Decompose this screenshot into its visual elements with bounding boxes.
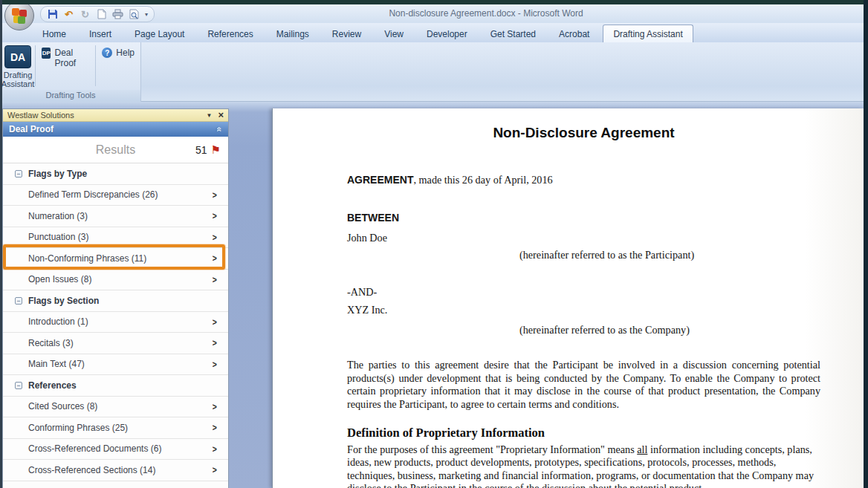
document-title: Non-Disclosure Agreement [347,126,820,140]
tree-group-flags-by-type[interactable]: − Flags by Type [3,163,228,185]
results-label: Results [96,143,135,157]
help-label: Help [116,48,135,58]
tree-item-cited-sources[interactable]: Cited Sources (8) > [3,397,228,418]
recitals-paragraph: The parties to this agreement desire tha… [347,359,820,411]
collapse-minus-icon[interactable]: − [15,382,22,389]
chevron-right-icon: > [213,401,217,412]
tree-item-recitals[interactable]: Recitals (3) > [3,333,228,354]
word-window: Non-disclosure Agreement.docx - Microsof… [0,0,868,488]
party2-name: XYZ Inc. [347,304,820,317]
tree-group-flags-by-section[interactable]: − Flags by Section [3,290,228,312]
print-preview-icon[interactable] [129,9,140,20]
window-top-edge [0,0,868,4]
tree-group-references[interactable]: − References [3,375,228,397]
chevron-right-icon: > [213,316,217,328]
da-label-line2: Assistant [1,79,35,88]
tab-page-layout[interactable]: Page Layout [125,26,194,42]
tab-references[interactable]: References [198,26,262,42]
print-icon[interactable] [112,9,123,20]
definition-paragraph: For the purposes of this agreement "Prop… [347,443,820,488]
chevron-right-icon: > [213,422,217,433]
drafting-assistant-icon: DA [4,45,31,68]
document-page[interactable]: Non-Disclosure Agreement AGREEMENT, made… [272,108,864,488]
drafting-tools-group: DA Drafting Assistant DP Deal Proof ? He… [0,42,141,102]
collapse-section-icon[interactable]: « [215,127,225,132]
tab-get-started[interactable]: Get Started [481,26,545,42]
tab-acrobat[interactable]: Acrobat [549,26,599,42]
new-document-icon[interactable] [96,9,107,20]
deal-proof-button[interactable]: DP Deal Proof [36,42,95,89]
deal-proof-icon: DP [42,48,51,59]
tab-insert[interactable]: Insert [80,26,121,42]
office-logo-icon [12,8,27,23]
tree-item-open-issues[interactable]: Open Issues (8) > [3,270,228,291]
chevron-right-icon: > [213,464,217,475]
chevron-right-icon: > [213,232,217,243]
chevron-right-icon: > [213,337,217,348]
definition-heading: Definition of Proprietary Information [347,426,820,440]
westlaw-task-pane: Westlaw Solutions ▼ × Deal Proof « Resul… [2,108,229,488]
da-label-line1: Drafting [1,71,35,79]
qat-customize-icon[interactable]: ▾ [145,11,148,18]
agreement-line: AGREEMENT, made this 26 day of April, 20… [347,174,820,187]
task-pane-title: Westlaw Solutions [7,111,74,120]
tab-review[interactable]: Review [323,26,371,42]
help-button[interactable]: ? Help [96,42,140,89]
window-left-edge [0,0,2,488]
save-icon[interactable] [47,9,58,20]
ribbon: DA Drafting Assistant DP Deal Proof ? He… [0,42,868,102]
party2-note: (hereinafter referred to as the Company) [519,324,820,337]
pane-close-icon[interactable]: × [218,111,224,119]
results-count: 51 [195,144,207,156]
chevron-right-icon: > [213,210,217,221]
tree-item-cross-referenced-documents[interactable]: Cross-Referenced Documents (6) > [3,439,228,461]
tree-item-introduction[interactable]: Introduction (1) > [3,312,228,334]
tree-item-conforming-phrases[interactable]: Conforming Phrases (25) > [3,417,228,439]
tree-item-cross-referenced-sections[interactable]: Cross-Referenced Sections (14) > [3,460,228,481]
between-heading: BETWEEN [347,212,820,225]
tab-mailings[interactable]: Mailings [267,26,319,42]
deal-proof-section-header[interactable]: Deal Proof « [3,122,228,137]
tab-developer[interactable]: Developer [417,26,477,42]
chevron-right-icon: > [213,443,217,455]
drafting-assistant-button[interactable]: DA Drafting Assistant [1,42,35,89]
party1-note: (hereinafter referred to as the Particip… [519,249,820,262]
tree-item-defined-term-discrepancies[interactable]: Defined Term Discrepancies (26) > [3,185,228,206]
tab-drafting-assistant[interactable]: Drafting Assistant [603,25,693,42]
chevron-right-icon: > [213,189,217,201]
results-header: Results 51 ⚑ [3,137,228,163]
collapse-minus-icon[interactable]: − [15,170,22,178]
group-label: Drafting Tools [1,90,140,102]
results-tree: − Flags by Type Defined Term Discrepanci… [3,163,228,481]
chevron-right-icon: > [213,359,217,370]
window-title: Non-disclosure Agreement.docx - Microsof… [223,8,749,19]
and-separator: -AND- [347,286,820,299]
party1-name: John Doe [347,232,820,245]
undo-icon[interactable]: ↶ [63,9,74,20]
document-content: Non-Disclosure Agreement AGREEMENT, made… [273,108,864,488]
tree-item-non-conforming-phrases[interactable]: Non-Conforming Phrases (11) > [3,248,228,270]
tab-view[interactable]: View [375,26,413,42]
window-right-edge [864,0,868,488]
redo-icon: ↻ [80,9,91,20]
tree-item-main-text[interactable]: Main Text (47) > [3,354,228,376]
tree-item-punctuation[interactable]: Punctuation (3) > [3,227,228,249]
tab-home[interactable]: Home [33,26,76,42]
office-button[interactable] [4,1,34,30]
help-icon: ? [102,48,112,58]
pane-menu-icon[interactable]: ▼ [206,112,212,119]
flag-icon: ⚑ [211,144,221,155]
ribbon-tab-row: Home Insert Page Layout References Maili… [0,23,868,42]
chevron-right-icon: > [213,274,217,285]
document-window: Westlaw Solutions ▼ × Deal Proof « Resul… [0,102,868,488]
quick-access-toolbar: ↶ ↻ ▾ [40,6,155,22]
tree-item-numeration[interactable]: Numeration (3) > [3,206,228,227]
collapse-minus-icon[interactable]: − [15,297,22,305]
deal-proof-label: Deal Proof [54,48,89,68]
task-pane-title-bar: Westlaw Solutions ▼ × [3,109,228,122]
chevron-right-icon: > [213,253,217,264]
section-title: Deal Proof [9,124,54,134]
